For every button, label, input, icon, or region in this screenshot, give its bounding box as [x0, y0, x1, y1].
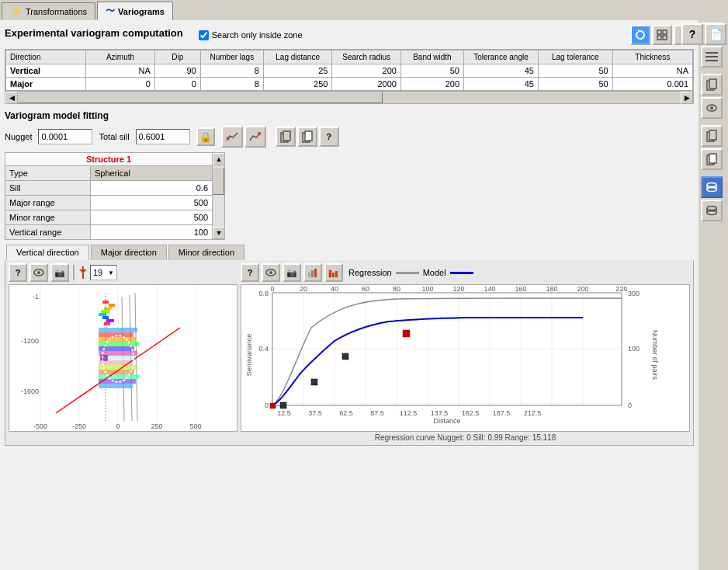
vgm-help-button[interactable]: ?	[319, 127, 339, 147]
right-camera-button[interactable]: 📷	[283, 263, 301, 282]
scroll-left-button[interactable]: ◀	[5, 92, 18, 104]
svg-text:120: 120	[452, 285, 464, 293]
svg-text:160: 160	[515, 285, 526, 293]
svg-point-58	[269, 271, 272, 274]
variograms-icon: 〜	[106, 5, 115, 18]
db2-button[interactable]	[701, 200, 723, 221]
hscroll-thumb[interactable]	[18, 92, 383, 103]
scatter-plot-svg: -1 -1200 -1600 -500 -250 0 250 500	[9, 285, 237, 432]
left-chart-panel: ? 📷 19 ▼	[9, 263, 237, 442]
tab-bar: ⚡ Transformations 〜 Variograms	[0, 0, 728, 21]
tab-minor-direction[interactable]: Minor direction	[168, 245, 244, 260]
row-vertical-bandwidth: 50	[400, 64, 463, 78]
svg-marker-14	[79, 269, 87, 273]
depth-dropdown[interactable]: 19 ▼	[90, 265, 117, 280]
right-histogram-button[interactable]	[324, 263, 343, 282]
svg-text:40: 40	[331, 285, 338, 293]
btn-separator3	[701, 172, 726, 175]
structure-vscroll[interactable]: ▲ ▼	[212, 153, 224, 239]
tab-major-direction[interactable]: Major direction	[91, 245, 167, 260]
global-doc-button[interactable]: 📄	[705, 23, 726, 45]
vertical-range-label: Vertical range	[5, 225, 91, 239]
fit-button[interactable]	[244, 126, 266, 148]
row-major-lagdist: 250	[263, 78, 332, 91]
copy-struct-button[interactable]	[276, 127, 296, 147]
svg-text:12.5: 12.5	[277, 409, 291, 417]
col-numlags: Number lags	[200, 50, 263, 64]
left-camera-button[interactable]: 📷	[50, 263, 69, 282]
svg-text:100: 100	[421, 285, 433, 293]
model-line-sample	[450, 272, 473, 274]
svg-rect-114	[342, 353, 348, 360]
structure-header: Structure 1	[5, 153, 212, 166]
refresh-button[interactable]	[630, 25, 650, 45]
row-vertical-lagdist: 25	[263, 64, 332, 78]
row-major-numlags: 8	[200, 78, 263, 91]
table-row: Major 0 0 8 250 2000 200 45 50 0.001	[6, 78, 693, 91]
svg-rect-62	[329, 270, 331, 277]
tab-vertical-direction[interactable]: Vertical direction	[6, 245, 89, 260]
paste2-button[interactable]	[701, 148, 723, 170]
right-eye-button[interactable]	[262, 263, 280, 282]
svg-rect-123	[705, 60, 718, 61]
btn-separator1	[701, 69, 726, 72]
scroll-right-button[interactable]: ▶	[681, 92, 693, 104]
copy2-button[interactable]	[701, 125, 723, 147]
right-chart-button[interactable]	[303, 263, 322, 282]
global-help-button[interactable]: ?	[681, 23, 703, 45]
minor-range-label: Minor range	[5, 210, 91, 224]
paste-struct-button[interactable]	[297, 127, 317, 147]
row-vertical-azimuth: NA	[86, 64, 155, 78]
svg-rect-64	[335, 271, 338, 277]
structure-panel: Structure 1 Type Spherical Sill 0.6 Majo…	[5, 152, 225, 240]
copy-button[interactable]	[701, 74, 723, 96]
row-vertical-numlags: 8	[200, 64, 263, 78]
variogram-svg: 0 20 40 60 80 100 120 140 160 180 200 22…	[241, 285, 660, 432]
right-help-button[interactable]: ?	[241, 263, 259, 282]
lock-button[interactable]: 🔒	[196, 127, 215, 146]
svg-rect-59	[308, 273, 310, 277]
svg-rect-131	[709, 154, 716, 163]
svg-rect-125	[709, 79, 716, 89]
table-row: Vertical NA 90 8 25 200 50 45 50 NA	[6, 64, 693, 78]
sill-label: Sill	[5, 181, 91, 195]
nugget-input[interactable]	[38, 129, 92, 144]
svg-text:180: 180	[546, 285, 557, 293]
right-panel-buttons	[699, 20, 728, 224]
row-major-azimuth: 0	[86, 78, 155, 91]
svg-text:212.5: 212.5	[524, 409, 542, 417]
left-help-button[interactable]: ?	[9, 263, 27, 282]
svg-text:-250: -250	[72, 422, 86, 430]
row-major-tolangle: 45	[464, 78, 539, 91]
vscroll-up-button[interactable]: ▲	[213, 153, 225, 165]
db-button[interactable]	[701, 176, 723, 198]
vscroll-down-button[interactable]: ▼	[213, 227, 225, 239]
svg-text:500: 500	[189, 422, 201, 430]
row-vertical-lagtol: 50	[538, 64, 612, 78]
svg-point-12	[37, 271, 40, 274]
vscroll-thumb[interactable]	[213, 168, 224, 195]
vertical-range-value: 100	[91, 225, 212, 239]
svg-text:-1: -1	[33, 293, 39, 301]
table-hscroll[interactable]: ◀ ▶	[5, 92, 694, 104]
svg-rect-30	[109, 304, 115, 307]
nugget-label: Nugget	[5, 132, 32, 141]
tab-variograms[interactable]: 〜 Variograms	[97, 2, 173, 20]
search-zone-label: Search only inside zone	[212, 30, 303, 40]
svg-text:250: 250	[151, 422, 162, 430]
svg-text:Distance: Distance	[433, 417, 460, 425]
transformations-icon: ⚡	[10, 5, 23, 17]
row-vertical-dip: 90	[154, 64, 200, 78]
svg-text:0: 0	[628, 401, 632, 409]
left-eye-button[interactable]	[29, 263, 48, 282]
auto-fit-button[interactable]	[221, 126, 243, 148]
grid-settings-button[interactable]	[652, 25, 672, 45]
eye-button-right[interactable]	[701, 97, 723, 119]
svg-point-135	[707, 188, 716, 192]
menu-icon-button[interactable]	[701, 46, 723, 68]
row-major-thickness: 0.001	[612, 78, 692, 91]
col-lagdist: Lag distance	[263, 50, 332, 64]
tab-transformations[interactable]: ⚡ Transformations	[2, 2, 95, 19]
search-zone-checkbox[interactable]	[199, 30, 209, 40]
total-sill-input[interactable]	[136, 129, 190, 144]
